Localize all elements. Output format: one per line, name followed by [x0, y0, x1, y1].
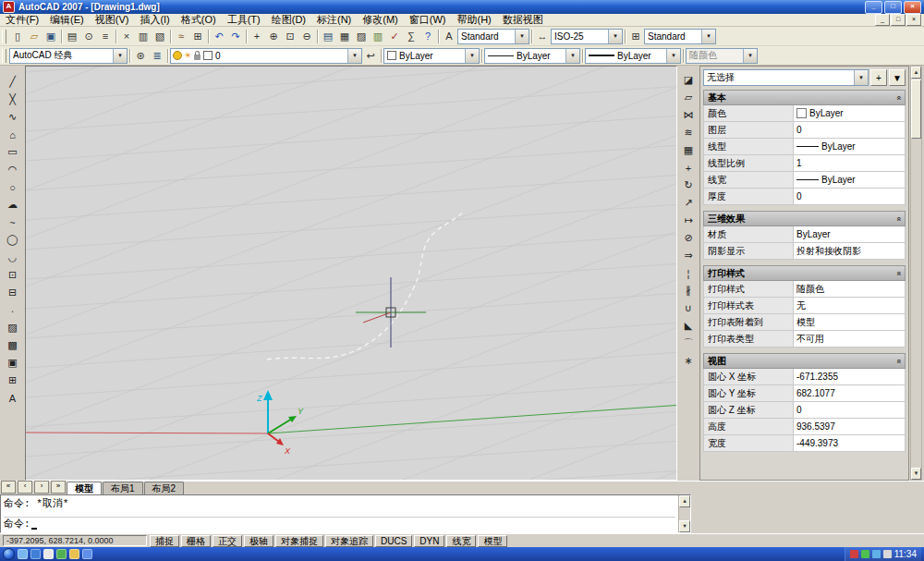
- color-control-combo[interactable]: ByLayer ▼: [383, 48, 480, 64]
- chevron-down-icon[interactable]: ▼: [854, 70, 868, 85]
- status-toggle-osnap[interactable]: 对象捕捉: [275, 535, 323, 547]
- status-toggle-ducs[interactable]: DUCS: [375, 535, 412, 547]
- collapse-chevron-icon[interactable]: «: [894, 359, 903, 363]
- menu-edit[interactable]: 编辑(E): [44, 14, 90, 26]
- quick-launch-browser-icon[interactable]: [18, 549, 28, 559]
- quick-select-button[interactable]: ▼: [889, 69, 906, 86]
- property-value[interactable]: 不可用: [794, 331, 906, 348]
- start-button[interactable]: [3, 548, 15, 560]
- section-header-3d-effects[interactable]: 三维效果«: [703, 211, 906, 226]
- construction-line-icon[interactable]: ╳: [4, 91, 22, 108]
- property-value[interactable]: 0: [794, 402, 906, 419]
- menu-file[interactable]: 文件(F): [0, 14, 44, 26]
- menu-help[interactable]: 帮助(H): [452, 14, 497, 26]
- status-toggle-ortho[interactable]: 正交: [213, 535, 242, 547]
- chevron-down-icon[interactable]: ▼: [666, 49, 680, 63]
- scroll-down-icon[interactable]: ▼: [911, 468, 921, 480]
- point-icon[interactable]: ∙: [4, 301, 22, 319]
- mdi-minimize-button[interactable]: _: [875, 14, 890, 26]
- workspace-combo[interactable]: AutoCAD 经典 ▼: [9, 48, 128, 64]
- scroll-up-icon[interactable]: ▲: [679, 495, 690, 507]
- zoom-previous-icon[interactable]: ⊖: [298, 28, 315, 44]
- chevron-down-icon[interactable]: ▼: [608, 30, 622, 43]
- property-value[interactable]: ByLayer: [794, 105, 906, 122]
- plot-preview-icon[interactable]: ⊙: [80, 28, 97, 44]
- ellipse-icon[interactable]: ◯: [4, 231, 22, 249]
- menu-draw[interactable]: 绘图(D): [266, 14, 311, 26]
- layer-properties-manager-icon[interactable]: ≣: [149, 47, 165, 64]
- tool-palettes-icon[interactable]: ▨: [353, 28, 370, 44]
- chevron-down-icon[interactable]: ▼: [565, 49, 579, 63]
- property-value[interactable]: ByLayer: [794, 139, 906, 155]
- collapse-chevron-icon[interactable]: «: [894, 95, 903, 100]
- menu-format[interactable]: 格式(O): [176, 14, 222, 26]
- zoom-realtime-icon[interactable]: ⊕: [265, 28, 282, 44]
- property-value[interactable]: 0: [794, 189, 906, 205]
- mirror-icon[interactable]: ⋈: [679, 106, 698, 124]
- property-value[interactable]: ByLayer: [794, 172, 906, 189]
- toolbar-grip[interactable]: [2, 49, 6, 63]
- revision-cloud-icon[interactable]: ☁: [4, 196, 22, 213]
- array-icon[interactable]: ▦: [679, 141, 698, 159]
- erase-icon[interactable]: ◪: [679, 71, 698, 89]
- property-value[interactable]: 936.5397: [794, 419, 906, 435]
- table-style-combo[interactable]: Standard ▼: [644, 29, 716, 44]
- help-icon[interactable]: ?: [419, 28, 436, 44]
- tab-scroll-prev-icon[interactable]: ‹: [18, 481, 32, 494]
- join-icon[interactable]: ∪: [679, 299, 698, 317]
- save-icon[interactable]: ▣: [43, 28, 59, 44]
- hatch-icon[interactable]: ▨: [4, 319, 22, 336]
- mdi-restore-button[interactable]: □: [891, 14, 906, 26]
- collapse-chevron-icon[interactable]: «: [894, 271, 903, 275]
- status-toggle-snap[interactable]: 捕捉: [150, 535, 179, 547]
- maximize-button[interactable]: □: [884, 1, 902, 14]
- layout-tab-model[interactable]: 模型: [67, 482, 102, 494]
- paste-icon[interactable]: ▧: [152, 28, 168, 44]
- property-value[interactable]: -449.3973: [794, 435, 906, 452]
- tab-scroll-next-icon[interactable]: ›: [34, 481, 49, 494]
- chamfer-icon[interactable]: ◣: [679, 317, 698, 335]
- quick-launch-mail-icon[interactable]: [30, 549, 41, 559]
- markup-manager-icon[interactable]: ✓: [386, 28, 403, 44]
- mdi-close-button[interactable]: ×: [906, 14, 921, 26]
- publish-icon[interactable]: ≡: [97, 28, 114, 44]
- status-toggle-dyn[interactable]: DYN: [414, 535, 444, 547]
- menu-modify[interactable]: 修改(M): [357, 14, 404, 26]
- section-header-view[interactable]: 视图«: [703, 353, 906, 369]
- quickcalc-icon[interactable]: ∑: [403, 28, 419, 44]
- match-properties-icon[interactable]: ≈: [173, 28, 189, 44]
- open-file-icon[interactable]: ▱: [26, 28, 43, 44]
- redo-icon[interactable]: ↷: [227, 28, 244, 44]
- layer-combo[interactable]: ☀ 0 ▼: [170, 48, 362, 64]
- menu-window[interactable]: 窗口(W): [404, 14, 452, 26]
- quick-launch-messenger-icon[interactable]: [56, 549, 67, 559]
- properties-icon[interactable]: ▤: [320, 28, 336, 44]
- undo-icon[interactable]: ↶: [211, 28, 227, 44]
- line-icon[interactable]: ╱: [4, 73, 22, 91]
- make-block-icon[interactable]: ⊟: [4, 284, 22, 301]
- rotate-icon[interactable]: ↻: [679, 177, 698, 194]
- status-toggle-polar[interactable]: 极轴: [244, 535, 274, 547]
- menu-view[interactable]: 视图(V): [90, 14, 135, 26]
- circle-icon[interactable]: ○: [4, 178, 22, 196]
- status-toggle-otrack[interactable]: 对象追踪: [325, 535, 373, 547]
- command-window[interactable]: 命令: *取消* 命令: ▲ ▼: [0, 494, 691, 533]
- spline-icon[interactable]: ~: [4, 213, 22, 231]
- property-value[interactable]: -671.2355: [794, 369, 906, 385]
- menu-tools[interactable]: 工具(T): [222, 14, 266, 26]
- close-button[interactable]: ×: [904, 1, 921, 14]
- property-value[interactable]: 682.1077: [794, 385, 906, 402]
- multiline-text-icon[interactable]: A: [4, 389, 22, 407]
- zoom-window-icon[interactable]: ⊡: [282, 28, 298, 44]
- layout-tab-layout1[interactable]: 布局1: [103, 482, 143, 494]
- scroll-down-icon[interactable]: ▼: [679, 520, 690, 532]
- minimize-button[interactable]: _: [865, 1, 882, 14]
- property-value[interactable]: 模型: [794, 314, 906, 331]
- scroll-up-icon[interactable]: ▲: [911, 67, 921, 79]
- palette-scrollbar[interactable]: ▲ ▼: [910, 66, 922, 481]
- menu-insert[interactable]: 插入(I): [134, 14, 175, 26]
- new-file-icon[interactable]: ▯: [9, 28, 26, 44]
- property-value[interactable]: 随颜色: [794, 281, 906, 298]
- break-at-point-icon[interactable]: ¦: [679, 264, 698, 282]
- property-value[interactable]: 0: [794, 122, 906, 139]
